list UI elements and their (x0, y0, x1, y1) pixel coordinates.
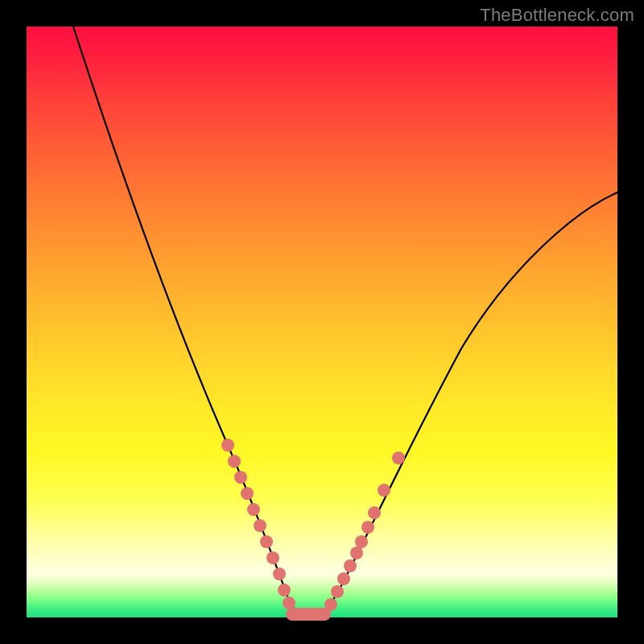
outer-frame: TheBottleneck.com (0, 0, 644, 644)
curve-path (73, 27, 617, 614)
marker-left-4 (241, 487, 254, 500)
marker-left-7 (260, 535, 273, 548)
marker-right-2 (331, 585, 344, 598)
marker-left-6 (254, 519, 266, 532)
marker-right-6 (355, 535, 368, 548)
marker-left-3 (234, 471, 247, 484)
marker-right-3 (337, 572, 350, 585)
marker-left-8 (266, 551, 279, 564)
marker-left-9 (273, 568, 286, 580)
marker-left-1 (221, 439, 234, 452)
marker-left-2 (228, 455, 241, 468)
marker-left-5 (247, 503, 260, 516)
marker-right-10 (392, 452, 405, 464)
marker-right-7 (361, 521, 374, 534)
marker-right-8 (368, 506, 381, 519)
marker-right-4 (344, 559, 357, 572)
marker-right-9 (378, 484, 390, 497)
marker-left-10 (278, 584, 291, 597)
plot-area (27, 27, 617, 617)
bottleneck-curve (27, 27, 617, 617)
marker-right-5 (350, 547, 363, 559)
watermark-text: TheBottleneck.com (480, 5, 634, 26)
valley-bar (286, 608, 331, 621)
marker-right-1 (324, 598, 337, 611)
